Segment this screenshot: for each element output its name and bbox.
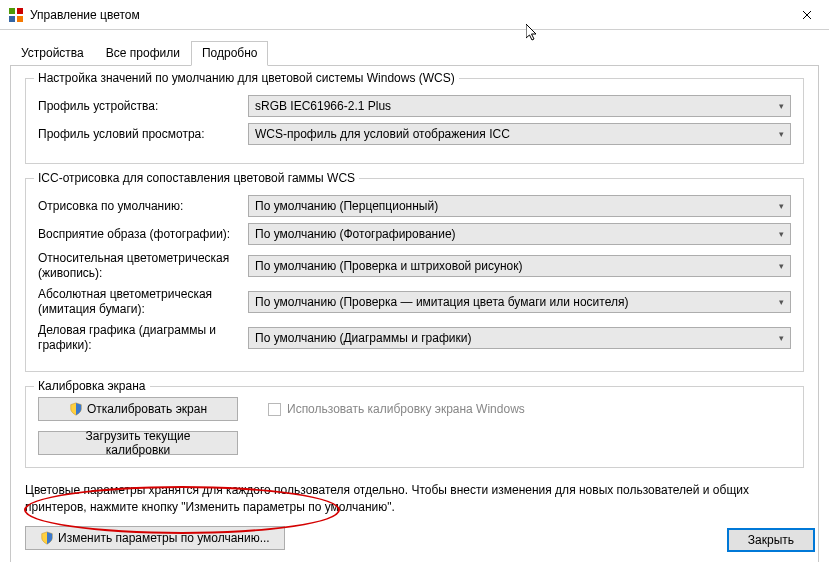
group-icc-legend: ICC-отрисовка для сопоставления цветовой… bbox=[34, 171, 359, 185]
default-render-label: Отрисовка по умолчанию: bbox=[38, 199, 248, 214]
tab-devices[interactable]: Устройства bbox=[10, 41, 95, 66]
relative-colorimetric-dropdown[interactable]: По умолчанию (Проверка и штриховой рисун… bbox=[248, 255, 791, 277]
perceptual-value: По умолчанию (Фотографирование) bbox=[255, 227, 779, 241]
business-graphics-label: Деловая графика (диаграммы и графики): bbox=[38, 323, 248, 353]
close-button[interactable]: Закрыть bbox=[727, 528, 815, 552]
shield-icon bbox=[40, 531, 54, 545]
viewing-conditions-value: WCS-профиль для условий отображения ICC bbox=[255, 127, 779, 141]
group-calibration: Калибровка экрана Откалибровать экран Ис… bbox=[25, 386, 804, 468]
group-wcs-legend: Настройка значений по умолчанию для цвет… bbox=[34, 71, 459, 85]
group-wcs-defaults: Настройка значений по умолчанию для цвет… bbox=[25, 78, 804, 164]
business-graphics-dropdown[interactable]: По умолчанию (Диаграммы и графики)▾ bbox=[248, 327, 791, 349]
perceptual-label: Восприятие образа (фотографии): bbox=[38, 227, 248, 242]
group-icc-rendering: ICC-отрисовка для сопоставления цветовой… bbox=[25, 178, 804, 372]
description-text: Цветовые параметры хранятся для каждого … bbox=[25, 482, 804, 516]
device-profile-label: Профиль устройства: bbox=[38, 99, 248, 114]
chevron-down-icon: ▾ bbox=[779, 261, 784, 271]
tab-bar: Устройства Все профили Подробно bbox=[10, 38, 819, 66]
svg-rect-1 bbox=[17, 8, 23, 14]
load-calibrations-button[interactable]: Загрузить текущие калибровки bbox=[38, 431, 238, 455]
business-graphics-value: По умолчанию (Диаграммы и графики) bbox=[255, 331, 779, 345]
absolute-colorimetric-label: Абсолютная цветометрическая (имитация бу… bbox=[38, 287, 248, 317]
change-defaults-label: Изменить параметры по умолчанию... bbox=[58, 531, 270, 545]
svg-rect-0 bbox=[9, 8, 15, 14]
svg-rect-3 bbox=[17, 16, 23, 22]
close-button-label: Закрыть bbox=[748, 533, 794, 547]
svg-rect-2 bbox=[9, 16, 15, 22]
perceptual-dropdown[interactable]: По умолчанию (Фотографирование)▾ bbox=[248, 223, 791, 245]
use-calibration-label: Использовать калибровку экрана Windows bbox=[287, 402, 525, 416]
relative-colorimetric-value: По умолчанию (Проверка и штриховой рисун… bbox=[255, 259, 779, 273]
absolute-colorimetric-dropdown[interactable]: По умолчанию (Проверка — имитация цвета … bbox=[248, 291, 791, 313]
load-calibrations-label: Загрузить текущие калибровки bbox=[53, 429, 223, 457]
calibrate-screen-button[interactable]: Откалибровать экран bbox=[38, 397, 238, 421]
viewing-conditions-dropdown[interactable]: WCS-профиль для условий отображения ICC … bbox=[248, 123, 791, 145]
default-render-value: По умолчанию (Перцепционный) bbox=[255, 199, 779, 213]
checkbox-icon bbox=[268, 403, 281, 416]
chevron-down-icon: ▾ bbox=[779, 229, 784, 239]
change-defaults-button[interactable]: Изменить параметры по умолчанию... bbox=[25, 526, 285, 550]
app-icon bbox=[8, 7, 24, 23]
relative-colorimetric-label: Относительная цветометрическая (живопись… bbox=[38, 251, 248, 281]
close-window-button[interactable] bbox=[784, 0, 829, 30]
chevron-down-icon: ▾ bbox=[779, 101, 784, 111]
chevron-down-icon: ▾ bbox=[779, 201, 784, 211]
tab-advanced[interactable]: Подробно bbox=[191, 41, 269, 66]
tab-panel-advanced: Настройка значений по умолчанию для цвет… bbox=[10, 66, 819, 562]
close-icon bbox=[802, 10, 812, 20]
calibrate-button-label: Откалибровать экран bbox=[87, 402, 207, 416]
titlebar: Управление цветом bbox=[0, 0, 829, 30]
viewing-conditions-label: Профиль условий просмотра: bbox=[38, 127, 248, 142]
use-calibration-checkbox: Использовать калибровку экрана Windows bbox=[268, 402, 525, 416]
absolute-colorimetric-value: По умолчанию (Проверка — имитация цвета … bbox=[255, 295, 779, 309]
group-calibration-legend: Калибровка экрана bbox=[34, 379, 150, 393]
shield-icon bbox=[69, 402, 83, 416]
default-render-dropdown[interactable]: По умолчанию (Перцепционный)▾ bbox=[248, 195, 791, 217]
chevron-down-icon: ▾ bbox=[779, 129, 784, 139]
window-title: Управление цветом bbox=[30, 8, 784, 22]
chevron-down-icon: ▾ bbox=[779, 333, 784, 343]
device-profile-dropdown[interactable]: sRGB IEC61966-2.1 Plus ▾ bbox=[248, 95, 791, 117]
device-profile-value: sRGB IEC61966-2.1 Plus bbox=[255, 99, 779, 113]
tab-all-profiles[interactable]: Все профили bbox=[95, 41, 191, 66]
chevron-down-icon: ▾ bbox=[779, 297, 784, 307]
